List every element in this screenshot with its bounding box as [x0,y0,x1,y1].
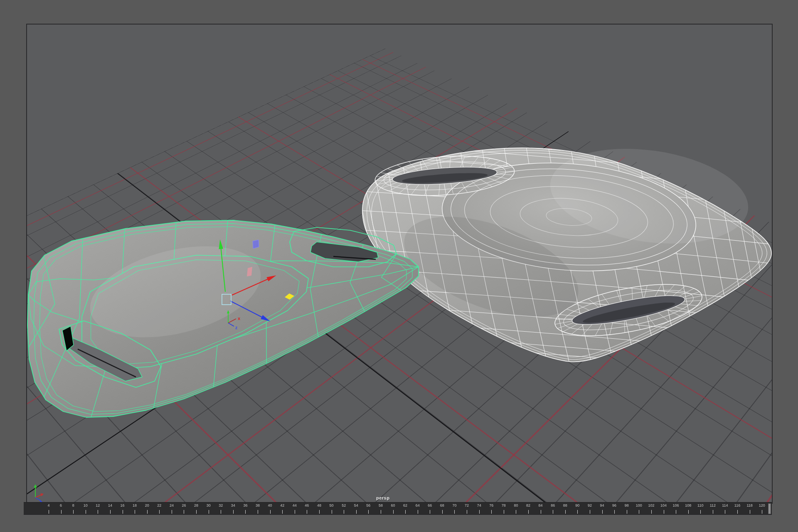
timeline-tick [295,510,295,514]
timeline-tick [541,510,541,514]
timeline-tick-label: 98 [625,503,629,507]
timeline-tick-label: 74 [477,503,481,507]
timeline-tick [418,510,418,514]
timeline-tick-label: 30 [207,503,211,507]
camera-name-label: persp [376,495,389,500]
timeline-tick-label: 58 [379,503,383,507]
timeline-tick-label: 42 [280,503,284,507]
timeline-tick [664,510,664,514]
pivot-axis-x-label: x [238,316,241,321]
timeline-tick [159,510,160,514]
timeline-tick-label: 34 [231,503,235,507]
timeline-tick [307,510,307,514]
timeline-tick-label: 56 [366,503,370,507]
timeline-tick-label: 24 [170,503,174,507]
timeline-tick [639,510,639,514]
timeline-tick [467,510,467,514]
timeline-tick [479,510,480,514]
timeline-tick [110,510,111,514]
timeline-tick-label: 92 [588,503,592,507]
timeline-tick-label: 60 [391,503,395,507]
time-slider-current-frame-handle[interactable] [768,503,771,514]
timeline-tick [651,510,652,514]
timeline-tick [516,510,516,514]
timeline-tick [98,510,98,514]
timeline-tick [368,510,369,514]
timeline-tick-label: 8 [72,503,74,507]
timeline-tick [209,510,209,514]
timeline-tick-label: 108 [685,503,691,507]
timeline-tick [319,510,320,514]
timeline-tick-label: 62 [403,503,407,507]
timeline-tick-label: 48 [317,503,321,507]
timeline-tick [344,510,344,514]
timeline-tick [442,510,443,514]
timeline-tick [713,510,713,514]
timeline-tick-label: 116 [734,503,740,507]
timeline-tick-label: 96 [612,503,616,507]
view-axis-gizmo[interactable] [34,484,44,502]
timeline-tick [725,510,725,514]
timeline-tick [700,510,701,514]
timeline-tick-label: 100 [636,503,642,507]
view-gizmo-x-axis [35,495,42,498]
timeline-tick [676,510,676,514]
timeline-tick-label: 70 [452,503,456,507]
timeline-tick-label: 86 [551,503,555,507]
timeline-tick-label: 26 [182,503,186,507]
timeline-tick [184,510,184,514]
timeline-tick [86,510,86,514]
timeline-tick-label: 36 [243,503,247,507]
timeline-tick [233,510,234,514]
timeline-tick-label: 22 [157,503,161,507]
timeline-tick [356,510,357,514]
timeline-tick-label: 114 [722,503,728,507]
timeline-tick [750,510,750,514]
timeline-tick [577,510,578,514]
timeline-tick [221,510,221,514]
timeline-tick [61,510,62,514]
timeline-tick-label: 16 [121,503,125,507]
timeline-tick [504,510,504,514]
kickboard-low-poly-selected[interactable] [27,220,419,417]
timeline-tick-label: 120 [759,503,765,507]
timeline-tick-label: 66 [428,503,432,507]
timeline-tick [762,510,762,514]
timeline-tick [430,510,430,514]
timeline-tick-label: 106 [673,503,679,507]
timeline-tick-label: 50 [330,503,334,507]
timeline-tick [332,510,332,514]
timeline-tick-label: 80 [514,503,518,507]
time-slider[interactable]: 4681012141618202224262830323436384042444… [24,502,772,515]
timeline-tick-label: 40 [268,503,272,507]
perspective-viewport[interactable]: xz persp [26,24,773,504]
timeline-tick-label: 54 [354,503,358,507]
timeline-tick [270,510,271,514]
move-manipulator-yz-plane-handle[interactable] [253,240,259,249]
timeline-tick [245,510,246,514]
timeline-tick-label: 14 [108,503,112,507]
timeline-tick [491,510,492,514]
timeline-tick-label: 104 [660,503,667,507]
timeline-tick-label: 12 [96,503,100,507]
timeline-tick-label: 72 [465,503,469,507]
timeline-tick-label: 52 [342,503,346,507]
timeline-tick-label: 20 [145,503,149,507]
timeline-tick [627,510,627,514]
timeline-tick [528,510,529,514]
timeline-tick [614,510,615,514]
timeline-tick-label: 10 [84,503,88,507]
timeline-tick-label: 68 [440,503,444,507]
timeline-tick-label: 6 [60,503,62,507]
timeline-tick [258,510,258,514]
timeline-tick [688,510,689,514]
timeline-tick [590,510,590,514]
timeline-tick-label: 102 [648,503,654,507]
timeline-tick [196,510,197,514]
timeline-tick-label: 32 [219,503,223,507]
timeline-tick [602,510,603,514]
timeline-tick [73,510,74,514]
timeline-tick-label: 118 [746,503,752,507]
timeline-tick [454,510,455,514]
timeline-tick [123,510,123,514]
